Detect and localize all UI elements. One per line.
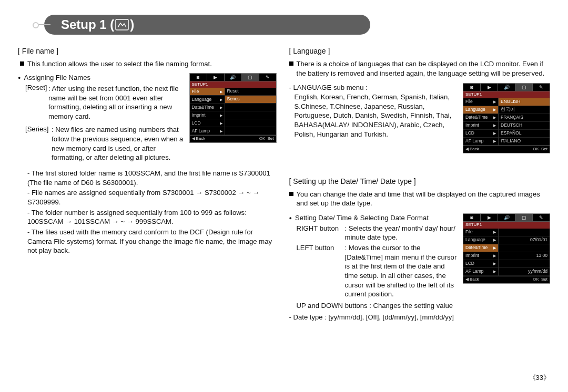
title-decor-dot bbox=[33, 22, 39, 28]
lcd-file-values: Reset Series . . . . bbox=[225, 88, 276, 135]
lcd-lang-val-3: DEUTSCH bbox=[499, 122, 550, 130]
lcd-file-menu-3: Imprint▶ bbox=[190, 111, 225, 119]
lcd-language-tabs: ◙ ▶ 🔊 ▢ ✎ bbox=[463, 84, 550, 91]
column-right: [ Language ] There is a choice of langua… bbox=[289, 41, 550, 322]
lcd-file-menu-1: Language▶ bbox=[190, 96, 225, 104]
lcd-datetime-values: . 07/01/01 . 13:00 . yy/mm/dd bbox=[498, 229, 550, 276]
lcd-language-menu-2: Date&Time▶ bbox=[463, 114, 498, 122]
lcd-tab-setup2-icon: ✎ bbox=[533, 214, 550, 221]
filename-reset-text: : After using the reset function, the ne… bbox=[25, 84, 184, 121]
lcd-tab-setup2-icon: ✎ bbox=[533, 84, 550, 91]
datetime-body-row: Setting Date/ Time & Selecting Date Form… bbox=[289, 213, 550, 300]
lcd-tab-setup1-icon: ▢ bbox=[515, 84, 533, 91]
lcd-language-menu-0: File▶ bbox=[463, 98, 498, 106]
lcd-file-tabs: ◙ ▶ 🔊 ▢ ✎ bbox=[190, 74, 276, 81]
manual-page: Setup 1 ( ) [ File name ] This function … bbox=[0, 0, 568, 392]
lcd-dt-menu-3: Imprint▶ bbox=[463, 252, 498, 260]
lcd-language: ◙ ▶ 🔊 ▢ ✎ SETUP1 File▶ Language▶ Date&Ti… bbox=[463, 83, 550, 153]
lcd-file-menu: File▶ Language▶ Date&Time▶ Imprint▶ LCD▶… bbox=[190, 88, 225, 135]
lcd-dt-val-2: . bbox=[499, 244, 550, 252]
filename-intro: This function allows the user to select … bbox=[27, 59, 212, 69]
lcd-file-val-3: . bbox=[225, 111, 276, 119]
lcd-file-menu-2: Date&Time▶ bbox=[190, 104, 225, 111]
filename-assign-heading: Assigning File Names bbox=[18, 73, 184, 82]
lcd-language-menu-4: LCD▶ bbox=[463, 130, 498, 138]
datetime-datetype: - Date type : [yy/mm/dd], [Off], [dd/mm/… bbox=[289, 313, 550, 322]
filename-note-0: - The first stored folder name is 100SSC… bbox=[27, 169, 277, 187]
language-intro-row: There is a choice of languages that can … bbox=[289, 59, 550, 78]
datetime-right-text: : Selects the year/ month/ day/ hour/ mi… bbox=[345, 224, 458, 242]
lcd-tab-play-icon: ▶ bbox=[207, 74, 225, 81]
lcd-dt-menu-4: LCD▶ bbox=[463, 260, 498, 268]
lcd-dt-menu-1: Language▶ bbox=[463, 236, 498, 244]
lcd-file: ◙ ▶ 🔊 ▢ ✎ SETUP1 File▶ Language▶ Date&Ti… bbox=[189, 73, 277, 143]
lcd-datetime-menu: File▶ Language▶ Date&Time▶ Imprint▶ LCD▶… bbox=[463, 229, 498, 276]
datetime-updown: UP and DOWN buttons : Changes the settin… bbox=[289, 301, 550, 311]
column-left: [ File name ] This function allows the u… bbox=[18, 41, 277, 322]
filename-note-1: - File names are assigned sequentially f… bbox=[27, 188, 277, 207]
lcd-tab-sound-icon: 🔊 bbox=[498, 214, 515, 221]
page-title-prefix: Setup 1 ( bbox=[61, 17, 114, 32]
language-body-row: - LANGUAGE sub menu : English, Korean, F… bbox=[289, 83, 550, 153]
lcd-lang-val-0: ENGLISH bbox=[499, 98, 550, 106]
lcd-dt-menu-2: Date&Time▶ bbox=[463, 244, 498, 252]
setup-icon bbox=[115, 19, 129, 30]
lcd-file-menu-5: AF Lamp▶ bbox=[190, 127, 225, 135]
lcd-file-menu-0: File▶ bbox=[190, 88, 225, 96]
lcd-datetime: ◙ ▶ 🔊 ▢ ✎ SETUP1 File▶ Language▶ Date&Ti… bbox=[463, 213, 550, 284]
lcd-tab-sound-icon: 🔊 bbox=[225, 74, 242, 81]
lcd-file-footer: ◀Back OK Set bbox=[190, 135, 276, 142]
lcd-tab-setup1-icon: ▢ bbox=[515, 214, 533, 221]
lcd-lang-val-1: 한국어 bbox=[499, 106, 550, 114]
lcd-file-val-1: Series bbox=[225, 96, 276, 104]
lcd-language-values: ENGLISH 한국어 FRANÇAIS DEUTSCH ESPAÑOL ITA… bbox=[498, 98, 550, 146]
lcd-file-val-2: . bbox=[225, 104, 276, 111]
lcd-language-setup-label: SETUP1 bbox=[463, 91, 550, 98]
lcd-tab-setup1-icon: ▢ bbox=[242, 74, 259, 81]
lcd-tab-play-icon: ▶ bbox=[481, 214, 498, 221]
datetime-left-row: LEFT button : Moves the cursor to the [D… bbox=[297, 243, 458, 299]
lcd-lang-val-5: ITALIANO bbox=[499, 138, 550, 146]
lcd-language-menu-3: Imprint▶ bbox=[463, 122, 498, 130]
lcd-file-val-0: Reset bbox=[225, 88, 276, 96]
datetime-left-text: : Moves the cursor to the [Date&Time] ma… bbox=[345, 243, 458, 299]
filename-note-2: - The folder number is assigned sequenti… bbox=[27, 208, 277, 226]
datetime-heading: [ Setting up the Date/ Time/ Date type ] bbox=[289, 177, 550, 187]
filename-notes: - The first stored folder name is 100SSC… bbox=[18, 169, 277, 255]
datetime-right-label: RIGHT button bbox=[297, 224, 345, 242]
lcd-lang-val-2: FRANÇAIS bbox=[499, 114, 550, 122]
lcd-dt-val-4: . bbox=[499, 260, 550, 268]
lcd-datetime-setup-label: SETUP1 bbox=[463, 222, 550, 229]
lcd-file-val-5: . bbox=[225, 127, 276, 135]
page-title: Setup 1 ( ) bbox=[44, 15, 370, 35]
language-heading: [ Language ] bbox=[289, 46, 550, 56]
datetime-left-label: LEFT button bbox=[297, 243, 345, 299]
square-bullet-icon bbox=[289, 61, 293, 66]
filename-note-3: - The files used with the memory card co… bbox=[27, 228, 277, 255]
lcd-datetime-tabs: ◙ ▶ 🔊 ▢ ✎ bbox=[463, 214, 550, 222]
language-sub-label: - LANGUAGE sub menu : bbox=[289, 83, 458, 92]
language-intro: There is a choice of languages that can … bbox=[297, 59, 550, 78]
lcd-tab-setup2-icon: ✎ bbox=[259, 74, 276, 81]
lcd-language-footer: ◀Back OK Set bbox=[463, 146, 550, 153]
lcd-file-setup-label: SETUP1 bbox=[190, 81, 276, 88]
lcd-file-val-4: . bbox=[225, 119, 276, 127]
lcd-dt-menu-5: AF Lamp▶ bbox=[463, 268, 498, 276]
lcd-language-menu-5: AF Lamp▶ bbox=[463, 138, 498, 146]
language-sub-list: English, Korean, French, German, Spanish… bbox=[289, 92, 458, 139]
filename-heading: [ File name ] bbox=[18, 46, 277, 56]
lcd-dt-val-3: 13:00 bbox=[499, 252, 550, 260]
datetime-intro: You can change the date and time that wi… bbox=[297, 190, 550, 208]
lcd-dt-val-0: . bbox=[499, 229, 550, 236]
filename-intro-row: This function allows the user to select … bbox=[18, 59, 277, 69]
content-columns: [ File name ] This function allows the u… bbox=[18, 41, 550, 322]
square-bullet-icon bbox=[20, 61, 24, 66]
datetime-right-row: RIGHT button : Selects the year/ month/ … bbox=[297, 224, 458, 242]
lcd-dt-val-5: yy/mm/dd bbox=[499, 268, 550, 276]
page-number: 《33》 bbox=[529, 373, 550, 383]
page-title-suffix: ) bbox=[130, 17, 134, 32]
lcd-tab-camera-icon: ◙ bbox=[463, 214, 481, 221]
square-bullet-icon bbox=[289, 192, 293, 196]
lcd-dt-val-1: 07/01/01 bbox=[499, 236, 550, 244]
lcd-tab-sound-icon: 🔊 bbox=[498, 84, 515, 91]
